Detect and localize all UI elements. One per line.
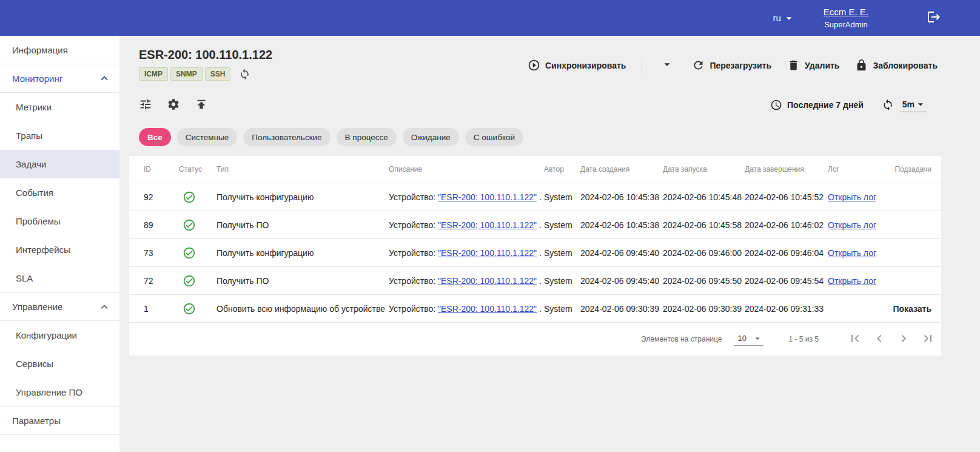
task-id: 72 xyxy=(144,276,179,286)
open-log-link[interactable]: Открыть лог xyxy=(828,248,876,258)
sidebar-item-services[interactable]: Сервисы xyxy=(0,349,119,378)
task-type: Получить ПО xyxy=(216,220,389,230)
filter-chip-error[interactable]: С ошибкой xyxy=(465,128,523,146)
subtasks-toggle[interactable]: Показать xyxy=(882,304,931,314)
task-id: 92 xyxy=(144,192,179,202)
previous-page-button[interactable] xyxy=(872,331,887,348)
badge-snmp: SNMP xyxy=(170,67,203,81)
last-page-icon xyxy=(921,331,935,346)
task-type: Обновить всю информацию об устройстве xyxy=(216,304,389,314)
task-author: System xyxy=(544,192,580,202)
task-author: System xyxy=(544,276,580,286)
items-per-page-label: Элементов на странице xyxy=(641,335,722,343)
badge-icmp: ICMP xyxy=(139,67,168,81)
task-created: 2024-02-06 10:45:38 xyxy=(580,220,663,230)
settings-button[interactable] xyxy=(167,98,180,113)
logout-button[interactable] xyxy=(927,10,941,26)
page-size-select[interactable]: 10 xyxy=(734,333,763,346)
interval-value: 5m xyxy=(902,100,915,109)
first-page-button[interactable] xyxy=(848,331,862,348)
table-row: 89 Получить ПО Устройство: "ESR-200: 100… xyxy=(129,211,941,239)
task-author: System xyxy=(544,220,580,230)
sidebar-item-traps[interactable]: Трапы xyxy=(0,121,119,150)
page-size-value: 10 xyxy=(737,334,746,343)
filter-chip-all[interactable]: Все xyxy=(139,128,171,146)
trash-icon xyxy=(787,59,800,72)
main-content: ESR-200: 100.110.1.122 ICMP SNMP SSH xyxy=(119,36,980,452)
task-id: 89 xyxy=(144,220,179,230)
delete-button[interactable]: Удалить xyxy=(787,59,839,72)
sidebar-item-configurations[interactable]: Конфигурации xyxy=(0,321,119,349)
lock-icon xyxy=(855,59,868,72)
sidebar-item-interfaces[interactable]: Интерфейсы xyxy=(0,235,119,264)
sidebar-item-tasks[interactable]: Задачи xyxy=(0,150,119,178)
open-log-link[interactable]: Открыть лог xyxy=(828,220,876,230)
tune-icon xyxy=(139,98,152,111)
reboot-button[interactable]: Перезагрузить xyxy=(692,59,771,72)
caret-down-icon xyxy=(782,12,796,25)
sidebar-item-parameters[interactable]: Параметры xyxy=(0,406,119,435)
filter-settings-button[interactable] xyxy=(139,98,152,113)
first-page-icon xyxy=(848,331,862,346)
sync-dropdown-button[interactable] xyxy=(658,58,676,73)
task-description: Устройство: "ESR-200: 100.110.1.122" . xyxy=(389,304,544,314)
sidebar-item-events[interactable]: События xyxy=(0,178,119,207)
interval-select[interactable]: 5m xyxy=(900,98,927,112)
protocol-badges: ICMP SNMP SSH xyxy=(139,67,272,81)
sidebar-item-software[interactable]: Управление ПО xyxy=(0,378,119,406)
language-value: ru xyxy=(773,13,780,23)
sidebar-item-problems[interactable]: Проблемы xyxy=(0,207,119,235)
task-started: 2024-02-06 10:45:48 xyxy=(663,192,745,202)
task-finished: 2024-02-06 09:31:33 xyxy=(745,304,828,314)
sidebar-item-metrics[interactable]: Метрики xyxy=(0,93,119,121)
task-finished: 2024-02-06 09:45:54 xyxy=(745,276,828,286)
task-finished: 2024-02-06 10:45:52 xyxy=(745,192,828,202)
device-header: ESR-200: 100.110.1.122 ICMP SNMP SSH xyxy=(129,36,941,81)
open-log-link[interactable]: Открыть лог xyxy=(828,276,876,286)
filter-chip-user[interactable]: Пользовательские xyxy=(243,128,330,146)
task-author: System xyxy=(544,304,580,314)
period-label: Последние 7 дней xyxy=(787,100,864,110)
check-circle-icon xyxy=(183,246,196,260)
caret-down-icon xyxy=(752,333,763,344)
task-started: 2024-02-06 09:45:50 xyxy=(663,276,745,286)
device-link[interactable]: "ESR-200: 100.110.1.122" xyxy=(438,276,537,286)
user-name-link[interactable]: Eccm E. E. xyxy=(824,7,868,17)
chevron-right-icon xyxy=(896,331,911,346)
open-log-link[interactable]: Открыть лог xyxy=(828,192,876,202)
user-menu[interactable]: Eccm E. E. SuperAdmin xyxy=(824,7,868,29)
period-selector[interactable]: Последние 7 дней xyxy=(770,99,864,111)
refresh-interval-icon[interactable] xyxy=(882,99,894,111)
sync-button[interactable]: Синхронизировать xyxy=(528,59,626,72)
next-page-button[interactable] xyxy=(896,331,911,348)
filter-chip-waiting[interactable]: Ожидание xyxy=(403,128,459,146)
device-link[interactable]: "ESR-200: 100.110.1.122" xyxy=(438,248,537,258)
device-link[interactable]: "ESR-200: 100.110.1.122" xyxy=(438,192,537,202)
sidebar-item-information[interactable]: Информация xyxy=(0,36,119,64)
user-role: SuperAdmin xyxy=(824,20,868,29)
reload-icon xyxy=(692,59,705,72)
device-link[interactable]: "ESR-200: 100.110.1.122" xyxy=(438,304,537,314)
chevron-left-icon xyxy=(872,331,887,346)
sidebar-item-sla[interactable]: SLA xyxy=(0,264,119,292)
language-selector[interactable]: ru xyxy=(773,12,795,25)
task-started: 2024-02-06 09:30:39 xyxy=(663,304,745,314)
filter-chip-system[interactable]: Системные xyxy=(177,128,238,146)
page-range-label: 1 - 5 из 5 xyxy=(788,335,819,343)
upload-icon xyxy=(195,98,208,111)
block-button[interactable]: Заблокировать xyxy=(855,59,938,72)
last-page-button[interactable] xyxy=(921,331,935,348)
task-created: 2024-02-06 09:45:40 xyxy=(580,276,663,286)
task-started: 2024-02-06 10:45:58 xyxy=(663,220,745,230)
play-circle-icon xyxy=(528,59,540,72)
task-started: 2024-02-06 09:46:00 xyxy=(663,248,745,258)
app-window: ru Eccm E. E. SuperAdmin Информация Мони… xyxy=(0,0,980,452)
filter-chip-in-progress[interactable]: В процессе xyxy=(337,128,397,146)
autorenew-icon[interactable] xyxy=(239,69,250,80)
device-link[interactable]: "ESR-200: 100.110.1.122" xyxy=(438,220,537,230)
sidebar-section-monitoring[interactable]: Мониторинг xyxy=(0,64,119,93)
task-created: 2024-02-06 10:45:38 xyxy=(580,192,663,202)
upload-button[interactable] xyxy=(195,98,208,113)
filter-chips: Все Системные Пользовательские В процесс… xyxy=(129,128,941,146)
sidebar-section-management[interactable]: Управление xyxy=(0,292,119,321)
